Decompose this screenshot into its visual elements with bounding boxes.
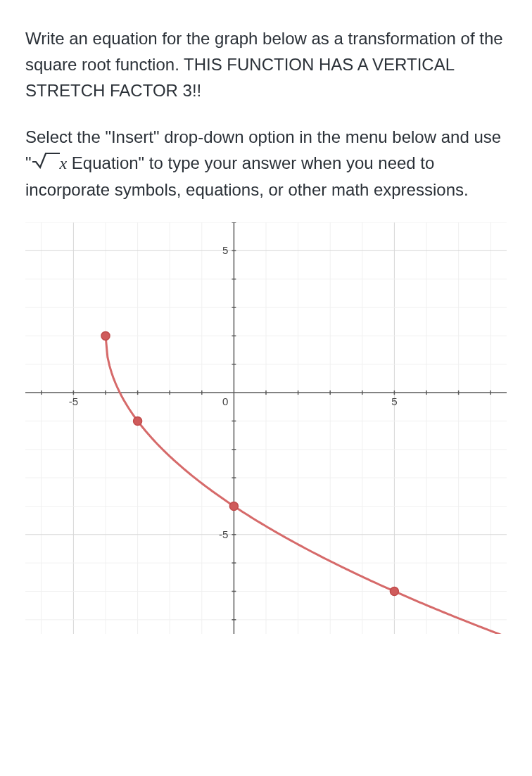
question-paragraph-2: Select the "Insert" drop-down option in …	[25, 124, 507, 203]
data-point	[101, 332, 110, 341]
sqrt-radicand: x	[60, 154, 68, 172]
question-paragraph-1: Write an equation for the graph below as…	[25, 25, 507, 104]
sqrt-icon	[32, 152, 60, 169]
origin-label: 0	[222, 395, 228, 407]
function-curve	[106, 336, 507, 635]
y-tick-label: -5	[219, 528, 228, 540]
x-tick-label: 5	[391, 395, 397, 407]
para2-text-b: Equation" to type your answer when you n…	[25, 153, 469, 199]
data-point	[390, 587, 398, 596]
x-tick-label: -5	[69, 395, 78, 407]
data-point	[229, 502, 238, 511]
data-point	[134, 417, 142, 426]
graph-plot: -55-550	[25, 222, 507, 634]
y-tick-label: 5	[222, 244, 228, 256]
